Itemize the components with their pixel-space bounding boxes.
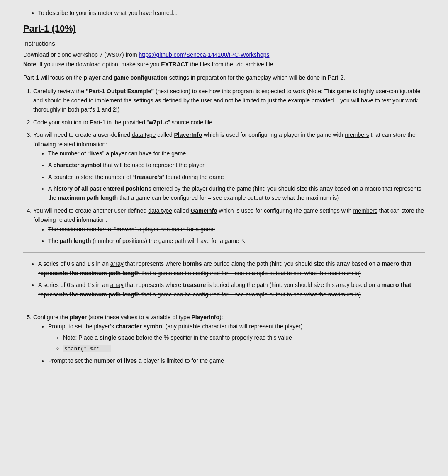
character-symbol-word: character symbol	[53, 162, 101, 168]
bullet-treasure-counter: A counter to store the number of “treasu…	[48, 172, 425, 182]
intro1-extract: EXTRACT	[161, 61, 188, 68]
top-partial-bullet: To describe to your instructor what you …	[23, 8, 425, 17]
bombs-word: bombs	[183, 260, 202, 267]
game-word: game	[114, 74, 129, 81]
list-item-1: Carefully review the "Part-1 Output Exam…	[33, 87, 425, 114]
treasure-word: treasure	[183, 282, 206, 288]
list-item-3: You will need to create a user-defined d…	[33, 130, 425, 203]
playerinfo-word-2: PlayerInfo	[191, 314, 219, 321]
playerinfo-bullets: The number of “lives” a player can have …	[48, 149, 425, 203]
main-ordered-list: Carefully review the "Part-1 Output Exam…	[33, 87, 425, 246]
bullet-prompt-lives: Prompt to set the number of lives a play…	[48, 356, 425, 365]
player-word-2: player	[70, 314, 87, 321]
workshop-link[interactable]: https://github.com/Seneca-144100/IPC-Wor…	[139, 51, 270, 58]
part-title-block: Part-1 (10%)	[23, 23, 425, 34]
history-word: history of all past entered positions	[53, 185, 151, 192]
intro-paragraph-2: Part-1 will focus on the player and game…	[23, 73, 425, 82]
data-type-word-2: data type	[148, 207, 172, 214]
store-word: store	[90, 314, 103, 321]
moves-word: moves	[116, 226, 134, 233]
sub-bullets-symbol: Note: Place a single space before the % …	[63, 333, 425, 354]
output-example-link: "Part-1 Output Example"	[86, 88, 154, 95]
list-item-2: Code your solution to Part-1 in the prov…	[33, 118, 425, 127]
members-word-2: members	[353, 207, 377, 214]
divider-2	[23, 306, 425, 306]
extra-bullet-bombs: A series of 0’s and 1’s in an array that…	[38, 259, 425, 278]
list-item-4: You will need to create another user-def…	[33, 206, 425, 246]
macro-max-path-2: macro that represents the maximum path l…	[38, 282, 411, 297]
sub-bullet-note: Note: Place a single space before the % …	[63, 333, 425, 342]
cursor-icon: ↖	[241, 238, 246, 244]
gameinfo-word: GameInfo	[190, 207, 217, 214]
intro-paragraph-1: Download or clone workshop 7 (WS07) from…	[23, 50, 425, 69]
section-label: Instructions	[23, 40, 425, 47]
array-word-2: array	[110, 282, 124, 288]
instructions-section: Instructions Download or clone workshop …	[23, 40, 425, 365]
data-type-word-1: data type	[132, 131, 156, 138]
variable-word: variable	[151, 314, 171, 321]
source-file-name: w7p1.c	[149, 119, 168, 126]
sub-bullet-scanf: scanf(" %c"...	[63, 344, 425, 354]
scanf-code: scanf(" %c"...	[63, 345, 111, 352]
single-space-word: single space	[100, 334, 134, 341]
note-label-1: Note:	[309, 88, 323, 95]
intro1-note-label: Note	[23, 61, 36, 68]
bullet-prompt-symbol: Prompt to set the player’s character sym…	[48, 322, 425, 354]
playerinfo-word-1: PlayerInfo	[174, 131, 202, 138]
character-symbol-word-2: character symbol	[116, 323, 164, 330]
divider-1	[23, 252, 425, 253]
bullet-history: A history of all past entered positions …	[48, 184, 425, 203]
part-title: Part-1 (10%)	[23, 23, 425, 34]
members-word-1: members	[345, 131, 369, 138]
extra-bullet-treasure: A series of 0’s and 1’s in an array that…	[38, 280, 425, 299]
note-label-sub: Note	[63, 334, 75, 341]
list-item-5: Configure the player (store these values…	[33, 313, 425, 365]
treasures-word: treasure’s	[135, 174, 162, 180]
macro-max-path-1: macro that represents the maximum path l…	[38, 260, 411, 276]
item4-text: You will need to create another user-def…	[33, 207, 424, 223]
extra-strikethrough-bullets: A series of 0’s and 1’s in an array that…	[38, 259, 425, 299]
path-length-word: path length	[60, 238, 91, 244]
gameinfo-bullets: The maximum number of “moves” a player c…	[48, 225, 425, 246]
array-word-1: array	[110, 260, 124, 267]
page-container: To describe to your instructor what you …	[0, 0, 448, 476]
bullet-character: A character symbol that will be used to …	[48, 160, 425, 170]
item5-bullets: Prompt to set the player’s character sym…	[48, 322, 425, 365]
bullet-moves: The maximum number of “moves” a player c…	[48, 225, 425, 234]
lives-word: lives	[90, 150, 102, 157]
number-of-lives-word: number of lives	[94, 357, 137, 364]
player-word: player	[84, 74, 101, 81]
configuration-word: configuration	[130, 74, 167, 81]
item5-list: Configure the player (store these values…	[33, 313, 425, 365]
intro1-end: the files from the .zip archive file	[188, 61, 273, 68]
max-path-word-1: maximum path length	[58, 194, 118, 201]
bullet-path-length: The path length (number of positions) th…	[48, 236, 425, 245]
intro1-note: : If you use the download option, make s…	[36, 61, 161, 68]
partial-bullet-item: To describe to your instructor what you …	[38, 8, 425, 17]
intro1-text: Download or clone workshop 7 (WS07) from	[23, 51, 139, 58]
bullet-lives: The number of “lives” a player can have …	[48, 149, 425, 158]
